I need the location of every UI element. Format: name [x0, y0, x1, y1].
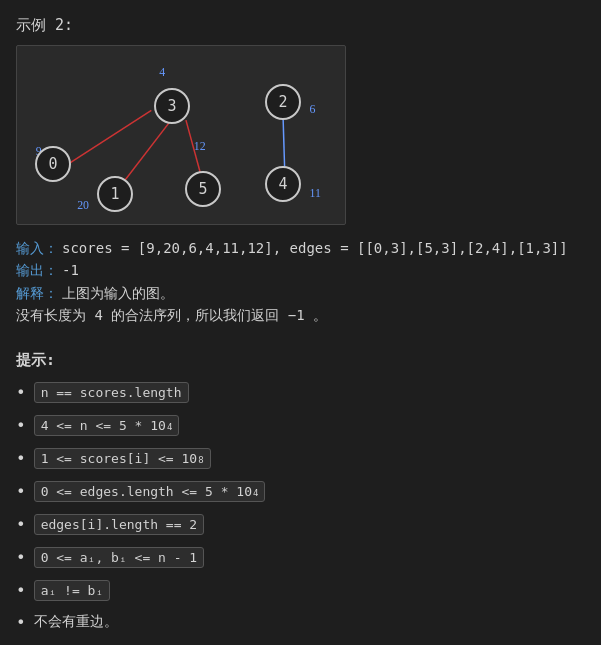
input-label: 输入： [16, 237, 58, 259]
node-0: 0 [35, 146, 71, 182]
hint-item-4: • 0 <= edges.length <= 5 * 104 [16, 481, 585, 502]
bullet-4: • [16, 482, 26, 501]
bullet-2: • [16, 416, 26, 435]
hint-item-7: • aᵢ != bᵢ [16, 580, 585, 601]
bullet-8: • [16, 613, 26, 632]
explain-label: 解释： [16, 282, 58, 304]
hints-list: • n == scores.length • 4 <= n <= 5 * 104… [16, 382, 585, 632]
hint-1-badge: n == scores.length [34, 382, 189, 403]
svg-text:4: 4 [159, 65, 165, 79]
explain-value: 上图为输入的图。 [62, 282, 174, 304]
hint-7-badge: aᵢ != bᵢ [34, 580, 111, 601]
hints-title: 提示: [16, 351, 585, 370]
hint-item-5: • edges[i].length == 2 [16, 514, 585, 535]
svg-text:6: 6 [310, 102, 316, 116]
output-value: -1 [62, 259, 79, 281]
input-value: scores = [9,20,6,4,11,12], edges = [[0,3… [62, 237, 568, 259]
node-5: 5 [185, 171, 221, 207]
hint-8-text: 不会有重边。 [34, 613, 118, 631]
output-label: 输出： [16, 259, 58, 281]
svg-line-0 [67, 110, 151, 164]
svg-text:12: 12 [194, 139, 206, 153]
bullet-1: • [16, 383, 26, 402]
hint-item-3: • 1 <= scores[i] <= 108 [16, 448, 585, 469]
node-3: 3 [154, 88, 190, 124]
node-4: 4 [265, 166, 301, 202]
bullet-3: • [16, 449, 26, 468]
hint-5-badge: edges[i].length == 2 [34, 514, 205, 535]
hint-item-1: • n == scores.length [16, 382, 585, 403]
hint-item-6: • 0 <= aᵢ, bᵢ <= n - 1 [16, 547, 585, 568]
graph-container: 4 9 20 12 6 11 3 0 1 5 2 4 [16, 45, 346, 225]
hint-6-badge: 0 <= aᵢ, bᵢ <= n - 1 [34, 547, 205, 568]
info-block: 输入： scores = [9,20,6,4,11,12], edges = [… [16, 237, 585, 327]
hint-2-badge: 4 <= n <= 5 * 104 [34, 415, 180, 436]
hint-item-2: • 4 <= n <= 5 * 104 [16, 415, 585, 436]
hint-4-badge: 0 <= edges.length <= 5 * 104 [34, 481, 266, 502]
hints-section: 提示: • n == scores.length • 4 <= n <= 5 *… [16, 351, 585, 632]
svg-line-1 [122, 120, 171, 184]
svg-text:11: 11 [310, 186, 321, 200]
bullet-7: • [16, 581, 26, 600]
hint-item-8: • 不会有重边。 [16, 613, 585, 632]
hint-3-badge: 1 <= scores[i] <= 108 [34, 448, 211, 469]
node-2: 2 [265, 84, 301, 120]
bullet-5: • [16, 515, 26, 534]
node-1: 1 [97, 176, 133, 212]
bullet-6: • [16, 548, 26, 567]
svg-text:20: 20 [77, 198, 89, 212]
explain-note: 没有长度为 4 的合法序列，所以我们返回 −1 。 [16, 304, 327, 326]
section-title: 示例 2: [16, 16, 585, 35]
